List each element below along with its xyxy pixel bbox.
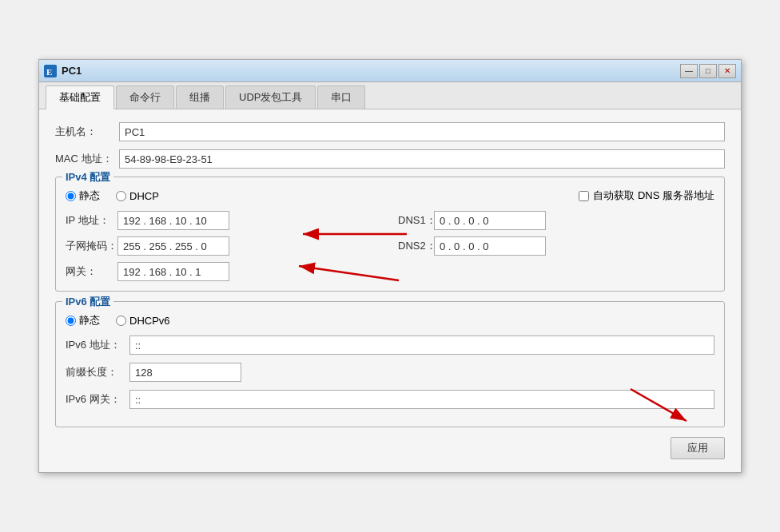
ip-row: IP 地址： 192 . 168 . 10 . 10 <box>66 211 382 230</box>
window-title: PC1 <box>62 65 82 77</box>
dns2-input[interactable]: 0 . 0 . 0 . 0 <box>434 236 546 256</box>
gateway-input[interactable]: 192 . 168 . 10 . 1 <box>117 262 229 281</box>
ipv6-address-row: IPv6 地址： <box>66 335 714 355</box>
gateway-row: 网关： 192 . 168 . 10 . 1 <box>66 262 382 281</box>
tab-serial[interactable]: 串口 <box>317 85 365 109</box>
subnet-row: 子网掩码： 255 . 255 . 255 . 0 <box>66 236 382 256</box>
ipv6-section: IPv6 配置 静态 DHCPv6 IPv6 地址： <box>55 301 725 427</box>
ipv4-left: IP 地址： 192 . 168 . 10 . 10 子网掩码： 255 . 2… <box>66 211 382 281</box>
dns2-label: DNS2： <box>398 239 434 253</box>
ipv6-gateway-label: IPv6 网关： <box>66 392 129 407</box>
svg-text:E: E <box>46 67 52 77</box>
mac-input[interactable] <box>119 149 725 169</box>
tab-basic-config[interactable]: 基础配置 <box>46 85 114 109</box>
mac-label: MAC 地址： <box>55 152 119 166</box>
content-area: 主机名： MAC 地址： IPv4 配置 静态 DHCP <box>39 109 741 472</box>
ipv6-gateway-input[interactable] <box>129 390 714 409</box>
ipv6-address-label: IPv6 地址： <box>66 338 129 352</box>
ipv6-prefix-row: 前缀长度： <box>66 363 714 382</box>
title-bar-left: E PC1 <box>44 65 82 77</box>
ipv6-section-title: IPv6 配置 <box>62 295 113 309</box>
ip-input[interactable]: 192 . 168 . 10 . 10 <box>117 211 229 230</box>
tab-bar: 基础配置 命令行 组播 UDP发包工具 串口 <box>39 82 741 109</box>
dns1-row: DNS1： 0 . 0 . 0 . 0 <box>398 211 714 230</box>
dns1-input[interactable]: 0 . 0 . 0 . 0 <box>434 211 546 230</box>
tab-command-line[interactable]: 命令行 <box>116 85 174 109</box>
ipv6-wrapper: IPv6 配置 静态 DHCPv6 IPv6 地址： <box>55 301 725 427</box>
hostname-row: 主机名： <box>55 122 725 141</box>
ipv4-grid: IP 地址： 192 . 168 . 10 . 10 子网掩码： 255 . 2… <box>66 211 714 281</box>
ipv4-section-title: IPv4 配置 <box>62 170 113 185</box>
ipv4-static-radio[interactable]: 静态 <box>66 189 100 203</box>
ipv4-radio-row: 静态 DHCP 自动获取 DNS 服务器地址 <box>66 189 714 203</box>
ipv4-wrapper: IPv4 配置 静态 DHCP 自动获取 DNS 服务器地址 <box>55 177 725 292</box>
ipv6-dhcpv6-radio[interactable]: DHCPv6 <box>116 315 170 327</box>
gateway-label: 网关： <box>66 264 117 279</box>
ipv6-prefix-label: 前缀长度： <box>66 365 129 379</box>
ipv6-static-radio[interactable]: 静态 <box>66 313 100 328</box>
window: E PC1 — □ ✕ 基础配置 命令行 组播 UDP发包工具 串口 <box>38 59 742 473</box>
maximize-button[interactable]: □ <box>699 64 717 78</box>
minimize-button[interactable]: — <box>680 64 698 78</box>
apply-button[interactable]: 应用 <box>671 437 725 459</box>
title-bar: E PC1 — □ ✕ <box>39 60 741 82</box>
ipv4-section: IPv4 配置 静态 DHCP 自动获取 DNS 服务器地址 <box>55 177 725 292</box>
ipv6-address-input[interactable] <box>129 335 714 355</box>
hostname-label: 主机名： <box>55 125 119 139</box>
auto-dns-checkbox[interactable]: 自动获取 DNS 服务器地址 <box>579 189 714 203</box>
subnet-label: 子网掩码： <box>66 239 117 253</box>
dns2-row: DNS2： 0 . 0 . 0 . 0 <box>398 236 714 256</box>
tab-multicast[interactable]: 组播 <box>176 85 224 109</box>
title-buttons: — □ ✕ <box>680 64 736 78</box>
dns1-label: DNS1： <box>398 213 434 228</box>
hostname-input[interactable] <box>119 122 725 141</box>
ipv6-radio-row: 静态 DHCPv6 <box>66 313 714 328</box>
ip-label: IP 地址： <box>66 213 117 228</box>
ipv4-dhcp-radio[interactable]: DHCP <box>116 190 159 202</box>
mac-row: MAC 地址： <box>55 149 725 169</box>
ipv4-right: DNS1： 0 . 0 . 0 . 0 DNS2： 0 . 0 . 0 . 0 <box>398 211 714 281</box>
ipv6-prefix-input[interactable] <box>129 363 241 382</box>
ipv6-gateway-row: IPv6 网关： <box>66 390 714 409</box>
subnet-input[interactable]: 255 . 255 . 255 . 0 <box>117 236 229 256</box>
window-icon: E <box>44 65 57 77</box>
close-button[interactable]: ✕ <box>718 64 736 78</box>
tab-udp-tool[interactable]: UDP发包工具 <box>225 85 316 109</box>
